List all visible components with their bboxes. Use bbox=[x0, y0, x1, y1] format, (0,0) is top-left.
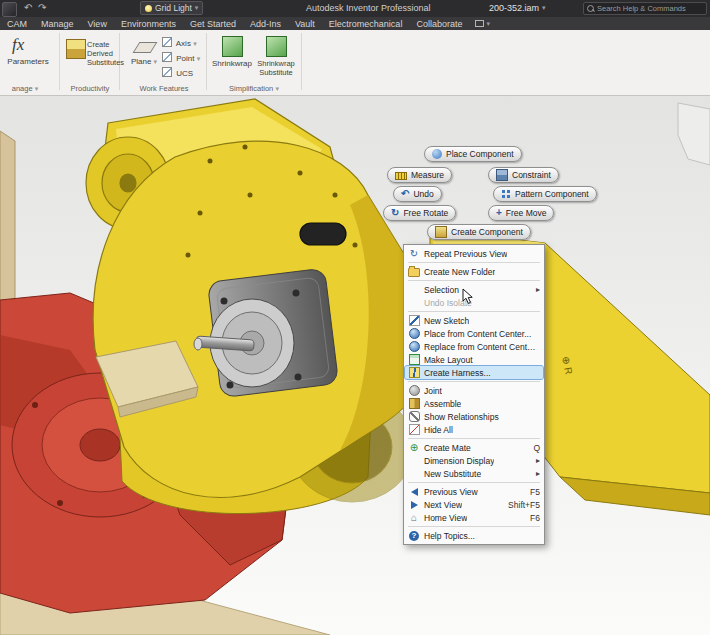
pattern-component-button[interactable]: Pattern Component bbox=[493, 186, 597, 202]
content-center-icon bbox=[409, 328, 420, 339]
simplification-panel-label[interactable]: Simplification ▾ bbox=[208, 84, 300, 93]
parameters-button[interactable]: Parameters bbox=[0, 57, 56, 66]
menu-item-assemble[interactable]: Assemble bbox=[405, 397, 543, 410]
redo-icon[interactable]: ↷ bbox=[38, 1, 46, 15]
create-component-button[interactable]: Create Component bbox=[427, 224, 531, 240]
menu-item-make-layout[interactable]: Make Layout bbox=[405, 353, 543, 366]
dropdown-arrow-icon: ▾ bbox=[275, 85, 279, 92]
ucs-button[interactable]: UCS bbox=[162, 67, 193, 78]
free-move-label: Free Move bbox=[506, 208, 547, 218]
simplification-text: Simplification bbox=[229, 84, 273, 93]
submenu-arrow-icon: ▸ bbox=[530, 456, 540, 465]
menu-item-label: Help Topics... bbox=[424, 531, 475, 541]
tab-collaborate[interactable]: Collaborate bbox=[409, 19, 469, 29]
icon-cell bbox=[408, 367, 420, 378]
place-component-label: Place Component bbox=[446, 149, 514, 159]
previous-view-icon bbox=[411, 488, 418, 496]
viewport-3d[interactable]: ⊕ R bbox=[0, 95, 710, 635]
free-move-button[interactable]: + Free Move bbox=[488, 205, 554, 221]
menu-item-label: Previous View bbox=[424, 487, 478, 497]
menu-item-place-from-content-center[interactable]: Place from Content Center... bbox=[405, 327, 543, 340]
grid-light-label: Grid Light bbox=[155, 3, 192, 13]
menu-item-next-view[interactable]: Next View Shift+F5 bbox=[405, 498, 543, 511]
menu-item-replace-from-content-center[interactable]: Replace from Content Center... bbox=[405, 340, 543, 353]
productivity-panel-label[interactable]: Productivity bbox=[60, 84, 120, 93]
dropdown-arrow-icon: ▾ bbox=[195, 4, 199, 12]
assemble-icon bbox=[409, 398, 420, 409]
tab-view[interactable]: View bbox=[81, 19, 114, 29]
menu-separator bbox=[408, 311, 540, 312]
constraint-button[interactable]: Constraint bbox=[488, 167, 559, 183]
grid-light-dropdown[interactable]: Grid Light ▾ bbox=[140, 1, 203, 15]
shortcut-label: F5 bbox=[524, 487, 540, 497]
menu-item-new-substitute[interactable]: New Substitute ▸ bbox=[405, 467, 543, 480]
icon-cell bbox=[408, 424, 420, 435]
tab-manage[interactable]: Manage bbox=[34, 19, 81, 29]
menu-item-repeat-previous-view[interactable]: ↻ Repeat Previous View bbox=[405, 247, 543, 260]
ribbon-appearance-toggle[interactable]: ▾ bbox=[475, 20, 490, 28]
place-component-button[interactable]: Place Component bbox=[424, 146, 522, 162]
create-mate-icon: ⊕ bbox=[408, 442, 420, 453]
menu-item-previous-view[interactable]: Previous View F5 bbox=[405, 485, 543, 498]
tab-cam[interactable]: CAM bbox=[0, 19, 34, 29]
icon-cell: ? bbox=[408, 530, 420, 541]
menu-item-label: Undo Isolate bbox=[424, 298, 472, 308]
free-rotate-icon: ↻ bbox=[391, 208, 399, 218]
show-relationships-icon bbox=[409, 411, 420, 422]
ucs-icon bbox=[162, 67, 172, 77]
create-harness-icon bbox=[409, 367, 420, 378]
undo-label: Undo bbox=[413, 189, 433, 199]
tab-environments[interactable]: Environments bbox=[114, 19, 183, 29]
menu-item-label: Create New Folder bbox=[424, 267, 495, 277]
menu-item-show-relationships[interactable]: Show Relationships bbox=[405, 410, 543, 423]
tab-get-started[interactable]: Get Started bbox=[183, 19, 243, 29]
manage-panel-label[interactable]: anage ▾ bbox=[0, 84, 50, 93]
menu-item-dimension-display[interactable]: Dimension Display ▸ bbox=[405, 454, 543, 467]
tab-electromechanical[interactable]: Electromechanical bbox=[322, 19, 410, 29]
menu-item-hide-all[interactable]: Hide All bbox=[405, 423, 543, 436]
menu-item-undo-isolate[interactable]: Undo Isolate bbox=[405, 296, 543, 309]
create-derived-substitutes-button[interactable]: Create Derived Substitutes bbox=[87, 40, 118, 67]
menu-item-help-topics[interactable]: ? Help Topics... bbox=[405, 529, 543, 542]
icon-cell bbox=[408, 297, 420, 308]
dropdown-arrow-icon: ▾ bbox=[197, 55, 201, 62]
menu-separator bbox=[408, 280, 540, 281]
place-component-icon bbox=[432, 149, 442, 159]
menu-item-home-view[interactable]: ⌂ Home View F6 bbox=[405, 511, 543, 524]
plane-button[interactable]: Plane ▾ bbox=[126, 57, 162, 66]
work-features-panel-label[interactable]: Work Features bbox=[122, 84, 206, 93]
parameters-fx-icon[interactable]: fx bbox=[12, 35, 24, 55]
point-label: Point bbox=[176, 54, 194, 63]
joint-icon bbox=[409, 385, 420, 396]
menu-item-create-harness[interactable]: Create Harness... bbox=[405, 366, 543, 379]
tab-add-ins[interactable]: Add-Ins bbox=[243, 19, 288, 29]
shrinkwrap-substitute-button[interactable]: Shrinkwrap Substitute bbox=[250, 59, 302, 77]
menu-item-joint[interactable]: Joint bbox=[405, 384, 543, 397]
menu-item-create-mate[interactable]: ⊕ Create Mate Q bbox=[405, 441, 543, 454]
search-box[interactable]: Search Help & Commands bbox=[583, 2, 707, 15]
dropdown-arrow-icon: ▾ bbox=[542, 4, 546, 12]
shortcut-label: Q bbox=[527, 443, 540, 453]
undo-icon[interactable]: ↶ bbox=[24, 1, 32, 15]
undo-button[interactable]: ↶ Undo bbox=[393, 186, 442, 202]
menu-item-create-new-folder[interactable]: Create New Folder bbox=[405, 265, 543, 278]
app-menu-icon[interactable] bbox=[2, 2, 17, 17]
ribbon: fx Parameters anage ▾ Create Derived Sub… bbox=[0, 30, 710, 96]
axis-label: Axis bbox=[176, 39, 191, 48]
menu-item-new-sketch[interactable]: New Sketch bbox=[405, 314, 543, 327]
menu-item-label: Next View bbox=[424, 500, 462, 510]
tab-vault[interactable]: Vault bbox=[288, 19, 322, 29]
free-rotate-button[interactable]: ↻ Free Rotate bbox=[383, 205, 456, 221]
search-placeholder: Search Help & Commands bbox=[597, 4, 686, 13]
menu-item-label: Hide All bbox=[424, 425, 453, 435]
menu-item-selection[interactable]: Selection ▸ bbox=[405, 283, 543, 296]
next-view-icon bbox=[411, 501, 418, 509]
point-button[interactable]: Point ▾ bbox=[162, 52, 200, 63]
measure-button[interactable]: Measure bbox=[387, 167, 452, 183]
menu-separator bbox=[408, 526, 540, 527]
constraint-icon bbox=[496, 169, 508, 181]
axis-button[interactable]: Axis ▾ bbox=[162, 37, 197, 48]
document-name[interactable]: 200-352.iam ▾ bbox=[489, 3, 546, 13]
icon-cell bbox=[408, 315, 420, 326]
plane-label: Plane bbox=[131, 57, 151, 66]
